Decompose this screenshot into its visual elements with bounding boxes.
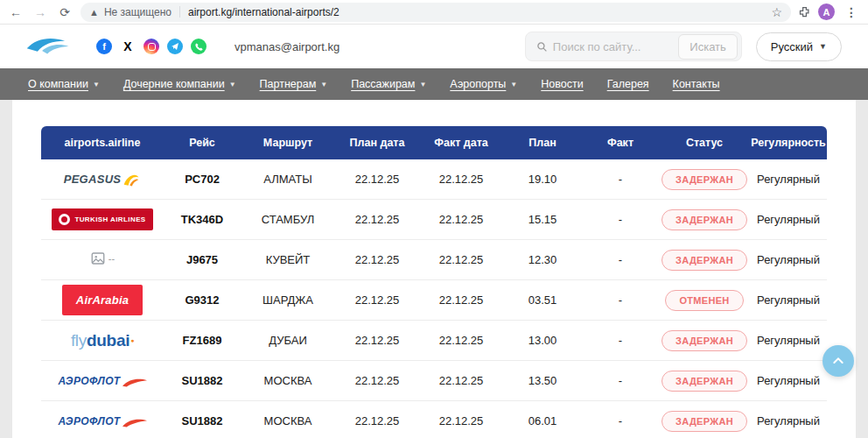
status-cell: ОТМЕНЕН <box>659 280 750 321</box>
flight-number: J9675 <box>164 240 241 280</box>
turkish-airlines-logo: TURKISH AIRLINES <box>52 208 152 230</box>
fact-time: - <box>582 321 659 361</box>
nav-item-label: Партнерам <box>260 78 317 90</box>
plan-date: 22.12.25 <box>335 159 419 200</box>
fact-date: 22.12.25 <box>419 240 503 280</box>
nav-item-пассажирам[interactable]: Пассажирам▼ <box>351 78 426 90</box>
plan-time: 15.15 <box>503 200 582 240</box>
browser-chrome: ← → ⟳ ▲ Не защищено airport.kg/internati… <box>0 0 868 25</box>
airport-logo-icon[interactable] <box>24 33 72 60</box>
route: МОСКВА <box>241 401 335 438</box>
nav-item-аэропорты[interactable]: Аэропорты▼ <box>450 78 517 90</box>
route: ШАРДЖА <box>241 280 335 321</box>
content-card: airports.airlineРейсМаршрутПлан датаФакт… <box>12 100 856 438</box>
status-badge: ОТМЕНЕН <box>665 290 743 311</box>
column-header: План <box>503 126 582 159</box>
flight-row: АЭРОФЛОТSU1882МОСКВА22.12.2522.12.2513.5… <box>41 361 827 401</box>
flight-row: AirArabiaG9312ШАРДЖА22.12.2522.12.2503.5… <box>41 280 827 321</box>
chevron-down-icon: ▼ <box>819 42 827 51</box>
plan-date: 22.12.25 <box>335 321 419 361</box>
social-links: f X <box>96 39 206 54</box>
fact-date: 22.12.25 <box>419 200 503 240</box>
column-header: Факт <box>582 126 659 159</box>
whatsapp-icon[interactable] <box>191 39 206 54</box>
browser-menu-icon[interactable]: ⋮ <box>842 5 861 19</box>
nav-item-о-компании[interactable]: О компании▼ <box>28 78 100 90</box>
telegram-icon[interactable] <box>167 39 183 54</box>
route: КУВЕЙТ <box>241 240 335 280</box>
flight-number: SU1882 <box>164 401 241 438</box>
plan-time: 13.00 <box>503 321 582 361</box>
plan-date: 22.12.25 <box>335 200 419 240</box>
status-badge: ЗАДЕРЖАН <box>662 209 747 230</box>
facebook-icon[interactable]: f <box>96 39 112 54</box>
fact-time: - <box>582 240 659 280</box>
regularity: Регулярный <box>750 361 827 401</box>
bookmark-star-icon[interactable]: ☆ <box>771 5 782 19</box>
regularity: Регулярный <box>750 280 827 321</box>
site-search: Искать <box>525 32 742 61</box>
nav-item-label: Галерея <box>607 78 649 90</box>
fact-date: 22.12.25 <box>419 321 503 361</box>
nav-item-label: Аэропорты <box>450 78 506 90</box>
forward-icon[interactable]: → <box>32 6 49 18</box>
nav-item-новости[interactable]: Новости <box>541 78 583 90</box>
back-icon[interactable]: ← <box>7 6 24 18</box>
fact-date: 22.12.25 <box>419 280 503 321</box>
pegasus-airlines-logo: PEGASUS <box>64 171 142 188</box>
airline-cell: АЭРОФЛОТ <box>41 401 164 438</box>
language-selector[interactable]: Русский ▼ <box>756 32 842 61</box>
route: ДУБАИ <box>241 321 335 361</box>
security-warning-label: Не защищено <box>104 6 172 18</box>
flights-table: airports.airlineРейсМаршрутПлан датаФакт… <box>41 126 827 438</box>
column-header: Статус <box>659 126 750 159</box>
nav-item-дочерние-компании[interactable]: Дочерние компании▼ <box>123 78 236 90</box>
status-badge: ЗАДЕРЖАН <box>662 330 747 351</box>
search-icon <box>536 41 548 53</box>
status-badge: ЗАДЕРЖАН <box>662 169 747 190</box>
plan-time: 03.51 <box>503 280 582 321</box>
search-input[interactable] <box>553 40 674 53</box>
scroll-to-top-button[interactable] <box>822 345 854 377</box>
nav-item-партнерам[interactable]: Партнерам▼ <box>260 78 328 90</box>
refresh-icon[interactable]: ⟳ <box>56 6 74 18</box>
nav-item-label: Контакты <box>673 78 720 90</box>
column-header: Маршрут <box>241 126 335 159</box>
flight-row: АЭРОФЛОТSU1882МОСКВА22.12.2522.12.2506.0… <box>41 401 827 438</box>
column-header: airports.airline <box>41 126 164 159</box>
site-header: f X vpmanas@airport.kg Искать Русский ▼ <box>0 25 868 68</box>
regularity: Регулярный <box>750 159 827 200</box>
plan-time: 19.10 <box>503 159 582 200</box>
x-icon[interactable]: X <box>120 39 136 54</box>
flight-row: TURKISH AIRLINESTK346DСТАМБУЛ22.12.2522.… <box>41 200 827 240</box>
search-button[interactable]: Искать <box>678 34 738 60</box>
nav-item-label: Дочерние компании <box>123 78 225 90</box>
aeroflot-logo: АЭРОФЛОТ <box>58 375 146 387</box>
status-cell: ЗАДЕРЖАН <box>659 159 750 200</box>
plan-date: 22.12.25 <box>335 401 419 438</box>
flight-number: PC702 <box>164 159 241 200</box>
status-cell: ЗАДЕРЖАН <box>659 240 750 280</box>
airline-cell: AirArabia <box>41 280 164 321</box>
plan-date: 22.12.25 <box>335 280 419 321</box>
flight-number: TK346D <box>164 200 241 240</box>
airline-cell: TURKISH AIRLINES <box>41 200 164 240</box>
table-header-row: airports.airlineРейсМаршрутПлан датаФакт… <box>41 126 827 159</box>
contact-email[interactable]: vpmanas@airport.kg <box>234 40 340 53</box>
address-bar[interactable]: ▲ Не защищено airport.kg/international-a… <box>80 3 791 22</box>
status-badge: ЗАДЕРЖАН <box>662 250 747 271</box>
regularity: Регулярный <box>750 240 827 280</box>
flight-number: G9312 <box>164 280 241 321</box>
extensions-icon[interactable] <box>798 5 811 18</box>
nav-item-label: Новости <box>541 78 583 90</box>
fact-time: - <box>582 361 659 401</box>
chevron-up-icon <box>831 354 845 368</box>
plan-time: 12.30 <box>503 240 582 280</box>
instagram-icon[interactable] <box>144 39 159 54</box>
flight-row: PEGASUSPC702АЛМАТЫ22.12.2522.12.2519.10-… <box>41 159 827 200</box>
profile-avatar[interactable]: A <box>818 4 835 20</box>
flight-row: --J9675КУВЕЙТ22.12.2522.12.2512.30-ЗАДЕР… <box>41 240 827 280</box>
nav-item-контакты[interactable]: Контакты <box>673 78 720 90</box>
nav-item-галерея[interactable]: Галерея <box>607 78 649 90</box>
fact-date: 22.12.25 <box>419 361 503 401</box>
